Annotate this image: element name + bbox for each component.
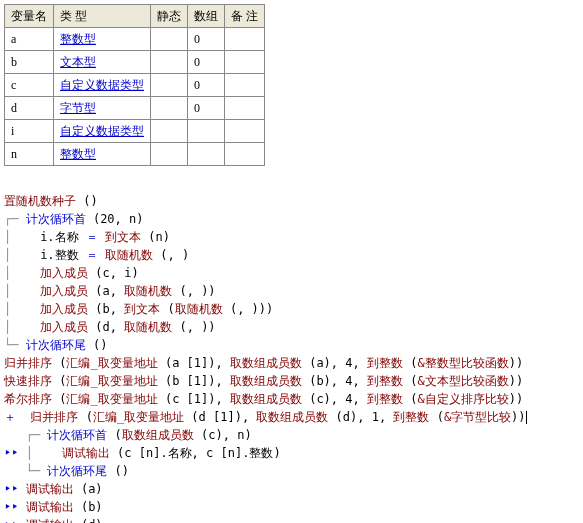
plus-icon[interactable]: ＋ bbox=[4, 410, 16, 424]
table-header-row: 变量名 类 型 静态 数组 备 注 bbox=[5, 5, 265, 28]
expand-icon[interactable]: ‣‣ bbox=[4, 482, 18, 496]
table-row[interactable]: i自定义数据类型 bbox=[5, 120, 265, 143]
table-cell[interactable] bbox=[151, 97, 188, 120]
table-cell[interactable] bbox=[225, 143, 265, 166]
col-static: 静态 bbox=[151, 5, 188, 28]
table-cell[interactable]: 整数型 bbox=[54, 143, 151, 166]
table-cell[interactable] bbox=[225, 51, 265, 74]
col-remark: 备 注 bbox=[225, 5, 265, 28]
table-cell[interactable]: a bbox=[5, 28, 54, 51]
col-type: 类 型 bbox=[54, 5, 151, 28]
table-row[interactable]: a整数型0 bbox=[5, 28, 265, 51]
expand-icon[interactable]: ‣‣ bbox=[4, 500, 18, 514]
table-row[interactable]: b文本型0 bbox=[5, 51, 265, 74]
table-cell[interactable]: 文本型 bbox=[54, 51, 151, 74]
col-array: 数组 bbox=[188, 5, 225, 28]
table-cell[interactable] bbox=[225, 28, 265, 51]
loop-start: 计次循环首 bbox=[26, 212, 86, 226]
fn-shell-sort: 希尔排序 bbox=[4, 392, 52, 406]
text-cursor bbox=[526, 411, 527, 424]
loop-end: 计次循环尾 bbox=[26, 338, 86, 352]
expand-icon[interactable]: ‣‣ bbox=[4, 446, 18, 460]
tree-branch: ┌─ bbox=[4, 212, 26, 226]
table-cell[interactable] bbox=[225, 74, 265, 97]
fn-debug-out: 调试输出 bbox=[26, 482, 74, 496]
table-cell[interactable]: b bbox=[5, 51, 54, 74]
table-cell[interactable] bbox=[151, 74, 188, 97]
col-varname: 变量名 bbox=[5, 5, 54, 28]
expand-icon[interactable]: ‣‣ bbox=[4, 518, 18, 523]
table-cell[interactable] bbox=[188, 143, 225, 166]
table-cell[interactable]: 0 bbox=[188, 51, 225, 74]
table-cell[interactable] bbox=[151, 51, 188, 74]
table-cell[interactable]: n bbox=[5, 143, 54, 166]
code-area[interactable]: 置随机数种子 () ┌─ 计次循环首 (20, n) │ i.名称 ＝ 到文本 … bbox=[4, 174, 579, 523]
table-cell[interactable] bbox=[151, 28, 188, 51]
variable-table[interactable]: 变量名 类 型 静态 数组 备 注 a整数型0b文本型0c自定义数据类型0d字节… bbox=[4, 4, 265, 166]
table-cell[interactable] bbox=[151, 120, 188, 143]
table-row[interactable]: c自定义数据类型0 bbox=[5, 74, 265, 97]
table-cell[interactable]: 整数型 bbox=[54, 28, 151, 51]
table-cell[interactable]: 自定义数据类型 bbox=[54, 74, 151, 97]
table-cell[interactable]: 字节型 bbox=[54, 97, 151, 120]
table-cell[interactable] bbox=[151, 143, 188, 166]
fn-quick-sort: 快速排序 bbox=[4, 374, 52, 388]
table-row[interactable]: n整数型 bbox=[5, 143, 265, 166]
fn-merge-sort: 归并排序 bbox=[4, 356, 52, 370]
fn-set-seed: 置随机数种子 bbox=[4, 194, 76, 208]
table-cell[interactable]: 0 bbox=[188, 28, 225, 51]
fn-add-member: 加入成员 bbox=[40, 266, 88, 280]
table-cell[interactable]: d bbox=[5, 97, 54, 120]
table-cell[interactable]: i bbox=[5, 120, 54, 143]
table-cell[interactable] bbox=[188, 120, 225, 143]
table-cell[interactable] bbox=[225, 120, 265, 143]
table-row[interactable]: d字节型0 bbox=[5, 97, 265, 120]
table-cell[interactable]: 自定义数据类型 bbox=[54, 120, 151, 143]
table-cell[interactable]: 0 bbox=[188, 97, 225, 120]
table-cell[interactable]: c bbox=[5, 74, 54, 97]
table-cell[interactable] bbox=[225, 97, 265, 120]
table-cell[interactable]: 0 bbox=[188, 74, 225, 97]
